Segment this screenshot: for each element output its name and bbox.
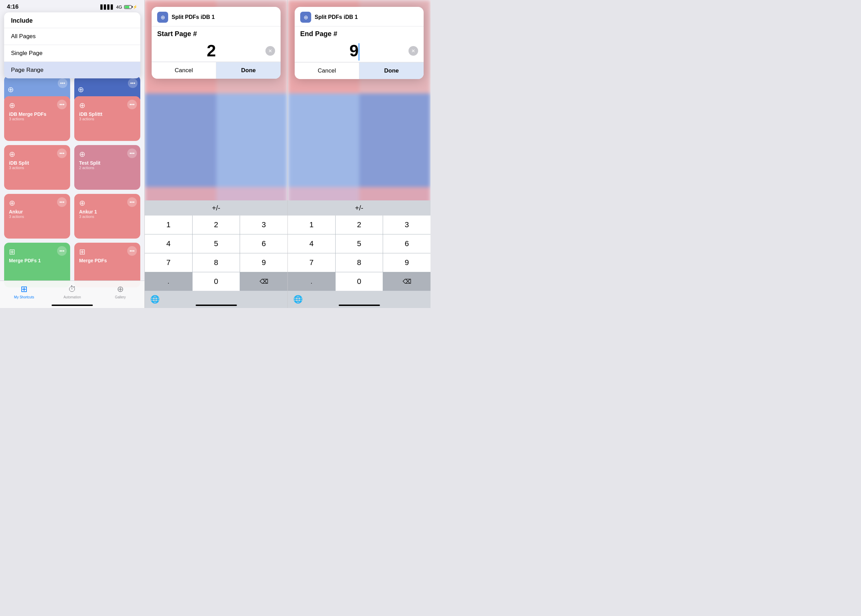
shortcut-icon-middle: ⊕ xyxy=(157,12,168,23)
actions-idb-split: 3 actions xyxy=(9,166,65,170)
tab-icon-automation: ⏱ xyxy=(68,284,76,294)
right-key-0[interactable]: 0 xyxy=(335,272,383,291)
shortcut-icon-right: ⊕ xyxy=(300,12,311,23)
dropdown-item-all-pages[interactable]: All Pages xyxy=(4,28,140,45)
tab-label-my-shortcuts: My Shortcuts xyxy=(14,295,34,299)
more-btn-merge-pdfs-1[interactable]: ••• xyxy=(57,246,67,256)
middle-key-decimal[interactable]: . xyxy=(145,272,192,291)
right-globe-icon[interactable]: 🌐 xyxy=(293,295,302,304)
right-key-1[interactable]: 1 xyxy=(288,215,335,234)
shortcut-icon-glyph-middle: ⊕ xyxy=(161,14,165,20)
tab-automation[interactable]: ⏱ Automation xyxy=(48,284,96,299)
right-key-2[interactable]: 2 xyxy=(335,215,383,234)
include-dropdown: Include All Pages Single Page Page Range xyxy=(4,13,140,79)
shortcut-icon-glyph-right: ⊕ xyxy=(304,14,308,20)
middle-key-8[interactable]: 8 xyxy=(192,253,240,272)
shortcut-card-idb-merge-pdfs[interactable]: ••• ⊕ iDB Merge PDFs 3 actions xyxy=(4,96,70,141)
dialog-top-middle: ⊕ Split PDFs iDB 1 xyxy=(152,7,280,27)
shortcut-card-ankur-1[interactable]: ••• ⊕ Ankur 1 3 actions xyxy=(74,194,140,239)
end-page-input-area: 9 ✕ xyxy=(295,40,423,62)
middle-globe-icon[interactable]: 🌐 xyxy=(150,295,159,304)
right-key-4[interactable]: 4 xyxy=(288,234,335,253)
name-ankur-1: Ankur 1 xyxy=(79,209,135,215)
name-idb-splittt: iDB Splittt xyxy=(79,112,135,117)
middle-plusminus-key[interactable]: +/- xyxy=(212,204,220,212)
shortcut-card-test-split[interactable]: ••• ⊕ Test Split 2 actions xyxy=(74,145,140,190)
end-page-value[interactable]: 9 xyxy=(300,41,409,61)
right-key-6[interactable]: 6 xyxy=(383,234,430,253)
dialog-top-right: ⊕ Split PDFs iDB 1 xyxy=(295,7,423,27)
actions-ankur-1: 3 actions xyxy=(79,215,135,218)
status-bar: 4:16 ▋▋▋▋ 4G ⚡ xyxy=(0,0,145,13)
right-key-5[interactable]: 5 xyxy=(335,234,383,253)
more-btn-ankur-1[interactable]: ••• xyxy=(127,197,137,207)
tab-gallery[interactable]: ⊕ Gallery xyxy=(96,284,145,299)
name-idb-split: iDB Split xyxy=(9,160,65,166)
right-numpad: +/- 1 2 3 4 5 6 7 8 9 . 0 ⌫ 🌐 xyxy=(288,200,430,308)
middle-key-delete[interactable]: ⌫ xyxy=(240,272,288,291)
home-bar-left xyxy=(52,305,93,306)
end-page-dialog-buttons: Cancel Done xyxy=(295,62,423,79)
battery-icon: ⚡ xyxy=(124,5,137,9)
middle-key-9[interactable]: 9 xyxy=(240,253,288,272)
dialog-shortcut-name-right: Split PDFs iDB 1 xyxy=(315,14,357,20)
right-plusminus-key[interactable]: +/- xyxy=(355,204,364,212)
more-btn-ankur[interactable]: ••• xyxy=(57,197,67,207)
end-page-clear-btn[interactable]: ✕ xyxy=(409,46,418,56)
middle-key-3[interactable]: 3 xyxy=(240,215,288,234)
right-key-7[interactable]: 7 xyxy=(288,253,335,272)
right-key-decimal[interactable]: . xyxy=(288,272,335,291)
text-cursor xyxy=(359,43,359,61)
more-btn-test-split[interactable]: ••• xyxy=(127,149,137,158)
more-btn-idb-merge-pdfs[interactable]: ••• xyxy=(57,100,67,109)
network-type: 4G xyxy=(116,5,122,9)
right-key-3[interactable]: 3 xyxy=(383,215,430,234)
more-btn-idb-split[interactable]: ••• xyxy=(57,149,67,158)
name-merge-pdfs-1: Merge PDFs 1 xyxy=(9,258,65,263)
tab-bar: ⊞ My Shortcuts ⏱ Automation ⊕ Gallery xyxy=(0,281,145,308)
tab-icon-gallery: ⊕ xyxy=(117,284,124,294)
middle-key-2[interactable]: 2 xyxy=(192,215,240,234)
tab-my-shortcuts[interactable]: ⊞ My Shortcuts xyxy=(0,284,48,299)
name-idb-merge-pdfs: iDB Merge PDFs xyxy=(9,112,65,117)
more-button-2[interactable]: ••• xyxy=(128,79,137,88)
card-icon-1: ⊕ xyxy=(8,85,67,94)
more-button-1[interactable]: ••• xyxy=(58,79,68,88)
actions-ankur: 3 actions xyxy=(9,215,65,218)
middle-key-5[interactable]: 5 xyxy=(192,234,240,253)
start-page-cancel-btn[interactable]: Cancel xyxy=(152,62,216,79)
right-numpad-grid: 1 2 3 4 5 6 7 8 9 . 0 ⌫ xyxy=(288,215,430,291)
actions-idb-splittt: 3 actions xyxy=(79,117,135,121)
tab-label-gallery: Gallery xyxy=(115,295,126,299)
start-page-done-btn[interactable]: Done xyxy=(216,62,280,79)
name-test-split: Test Split xyxy=(79,160,135,166)
more-btn-merge-pdfs[interactable]: ••• xyxy=(127,246,137,256)
shortcut-card-ankur[interactable]: ••• ⊕ Ankur 3 actions xyxy=(4,194,70,239)
tab-label-automation: Automation xyxy=(64,295,81,299)
right-key-9[interactable]: 9 xyxy=(383,253,430,272)
end-page-dialog: ⊕ Split PDFs iDB 1 End Page # 9 ✕ Cancel… xyxy=(295,7,423,79)
dropdown-item-page-range[interactable]: Page Range xyxy=(4,62,140,79)
middle-key-6[interactable]: 6 xyxy=(240,234,288,253)
start-page-value[interactable]: 2 xyxy=(157,41,266,60)
start-page-dialog-buttons: Cancel Done xyxy=(152,62,280,79)
middle-numpad-extra-row: +/- xyxy=(145,200,288,215)
end-page-cancel-btn[interactable]: Cancel xyxy=(295,63,359,79)
middle-key-0[interactable]: 0 xyxy=(192,272,240,291)
start-page-clear-btn[interactable]: ✕ xyxy=(266,46,275,56)
end-page-done-btn[interactable]: Done xyxy=(359,63,423,79)
shortcuts-grid: ••• ⊕ iDB Merge PDFs 3 actions ••• ⊕ iDB… xyxy=(4,96,140,288)
dropdown-item-single-page[interactable]: Single Page xyxy=(4,45,140,62)
right-key-8[interactable]: 8 xyxy=(335,253,383,272)
tab-icon-my-shortcuts: ⊞ xyxy=(20,284,27,294)
middle-key-1[interactable]: 1 xyxy=(145,215,192,234)
shortcut-card-idb-split[interactable]: ••• ⊕ iDB Split 3 actions xyxy=(4,145,70,190)
actions-test-split: 2 actions xyxy=(79,166,135,170)
middle-key-7[interactable]: 7 xyxy=(145,253,192,272)
more-btn-idb-splittt[interactable]: ••• xyxy=(127,100,137,109)
middle-key-4[interactable]: 4 xyxy=(145,234,192,253)
home-bar-middle xyxy=(196,305,237,306)
shortcut-card-idb-splittt[interactable]: ••• ⊕ iDB Splittt 3 actions xyxy=(74,96,140,141)
right-key-delete[interactable]: ⌫ xyxy=(383,272,430,291)
status-icons: ▋▋▋▋ 4G ⚡ xyxy=(101,5,137,9)
